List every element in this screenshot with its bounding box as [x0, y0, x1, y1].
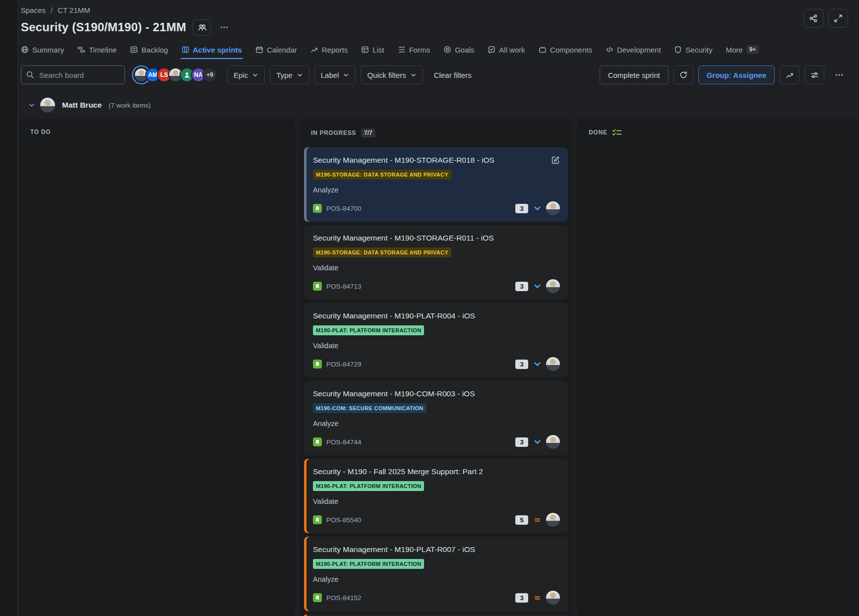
share-button[interactable]	[803, 9, 823, 28]
assignee-avatar[interactable]	[546, 591, 560, 605]
complete-sprint-button[interactable]: Complete sprint	[600, 65, 669, 84]
tab-components[interactable]: Components	[539, 46, 592, 59]
assignee-avatar[interactable]	[546, 279, 560, 293]
tab-label: All work	[499, 46, 525, 54]
story-points-badge: 3	[515, 360, 528, 369]
board-people-button[interactable]	[192, 19, 211, 36]
board-page: Spaces / CT 21MM Security (S190/M190) - …	[18, 0, 859, 616]
tab-label: Active sprints	[193, 46, 242, 54]
backlog-icon	[130, 46, 138, 54]
tab-development[interactable]: Development	[606, 46, 661, 59]
toolbar-more-button[interactable]	[829, 65, 849, 84]
tab-label: Security	[685, 46, 712, 54]
breadcrumb-separator: /	[51, 6, 53, 14]
ellipsis-icon	[835, 70, 844, 79]
insights-button[interactable]	[780, 65, 799, 84]
story-points-badge: 3	[515, 437, 528, 447]
tab-more[interactable]: More9+	[726, 45, 759, 59]
collapse-chevron-icon[interactable]	[28, 102, 35, 109]
assignee-avatar[interactable]	[546, 513, 560, 527]
card-title: Security - M190 - Fall 2025 Merge Suppor…	[313, 466, 560, 477]
reports-icon	[310, 46, 318, 54]
card-label: M190-STORAGE: DATA STORAGE AND PRIVACY	[313, 247, 451, 257]
board-card[interactable]: Security Management - M190-STORAGE-R018 …	[304, 147, 568, 222]
tab-goals[interactable]: Goals	[443, 46, 474, 59]
breadcrumb-spaces[interactable]: Spaces	[21, 6, 46, 14]
board-card[interactable]: Security Management - M190-STORAGE-R011 …	[304, 225, 568, 300]
card-key[interactable]: POS-84744	[326, 438, 362, 446]
sidebar-edge	[0, 0, 18, 616]
tab-list[interactable]: List	[361, 46, 384, 59]
clear-filters-button[interactable]: Clear filters	[428, 65, 478, 84]
group-by-assignee-button[interactable]: Group: Assignee	[698, 65, 775, 84]
search-input[interactable]	[21, 65, 125, 84]
more-tabs-count-badge: 9+	[746, 45, 759, 54]
checklist-icon	[612, 128, 622, 136]
priority-low-icon	[533, 282, 542, 291]
quick-filters-dropdown[interactable]: Quick filters	[361, 65, 423, 84]
tab-timeline[interactable]: Timeline	[77, 46, 117, 59]
line-chart-icon	[786, 71, 794, 79]
board-card[interactable]: Security Management - M190-PLAT-R007 - i…	[304, 537, 568, 611]
card-status: Validate	[313, 497, 560, 505]
tab-security[interactable]: Security	[674, 46, 712, 59]
assignee-avatar[interactable]	[546, 357, 560, 371]
edit-icon[interactable]	[552, 156, 560, 164]
card-key[interactable]: POS-84729	[326, 361, 362, 368]
timeline-icon	[77, 46, 85, 54]
tab-forms[interactable]: Forms	[398, 46, 430, 59]
card-key[interactable]: POS-84152	[326, 594, 362, 602]
tab-backlog[interactable]: Backlog	[130, 46, 168, 59]
board-card[interactable]: Security - M190 - Fall 2025 Merge Suppor…	[304, 459, 568, 533]
card-key[interactable]: POS-84713	[326, 283, 362, 290]
epic-filter-dropdown[interactable]: Epic	[227, 65, 265, 84]
card-key[interactable]: POS-84700	[326, 205, 362, 212]
avatar-overflow-count[interactable]: +9	[202, 67, 217, 82]
card-status: Analyze	[313, 575, 560, 583]
assignee-group-header[interactable]: Matt Bruce (7 work items)	[28, 97, 859, 113]
story-icon	[313, 515, 322, 524]
assignee-avatar[interactable]	[546, 201, 560, 215]
board-card[interactable]: Security Management - M190-COM-R003 - iO…	[304, 381, 568, 455]
dropdown-label: Type	[276, 71, 293, 79]
sliders-icon	[810, 71, 819, 79]
tab-active-sprints[interactable]: Active sprints	[182, 46, 242, 59]
column-done: DONE	[577, 119, 859, 616]
share-icon	[809, 14, 818, 23]
priority-low-icon	[533, 204, 542, 213]
tab-all-work[interactable]: All work	[488, 46, 525, 59]
fullscreen-button[interactable]	[828, 9, 848, 28]
card-status: Analyze	[313, 420, 560, 428]
card-key[interactable]: POS-85540	[326, 516, 362, 524]
chevron-down-icon	[252, 72, 258, 78]
people-group-icon	[197, 23, 206, 32]
tab-label: Summary	[32, 46, 64, 54]
tab-label: Backlog	[141, 46, 168, 54]
sync-icon	[679, 70, 688, 79]
priority-medium-icon	[533, 515, 542, 524]
tab-label: More	[726, 46, 743, 54]
tab-label: Calendar	[267, 46, 297, 54]
title-more-button[interactable]	[217, 20, 231, 34]
board-card[interactable]: Security Management - M190-PLAT-R004 - i…	[304, 303, 568, 377]
globe-icon	[21, 46, 29, 54]
label-filter-dropdown[interactable]: Label	[314, 65, 356, 84]
type-filter-dropdown[interactable]: Type	[270, 65, 309, 84]
search-icon	[26, 70, 34, 79]
feedback-button[interactable]	[674, 65, 693, 84]
form-lines-icon	[398, 46, 406, 54]
tab-label: Reports	[322, 46, 348, 54]
breadcrumb-project[interactable]: CT 21MM	[58, 6, 90, 14]
tab-summary[interactable]: Summary	[21, 46, 64, 59]
card-title: Security Management - M190-STORAGE-R018 …	[313, 155, 547, 165]
tray-icon	[539, 46, 547, 54]
check-square-icon	[488, 46, 495, 54]
view-settings-button[interactable]	[804, 65, 824, 84]
tab-label: Development	[617, 46, 661, 54]
assignee-filter-avatars: AM LS NA +9	[134, 67, 217, 82]
tab-reports[interactable]: Reports	[310, 46, 348, 59]
assignee-avatar[interactable]	[546, 435, 560, 449]
person-icon	[183, 71, 191, 79]
tab-calendar[interactable]: Calendar	[255, 46, 297, 59]
tab-label: Forms	[409, 46, 430, 54]
